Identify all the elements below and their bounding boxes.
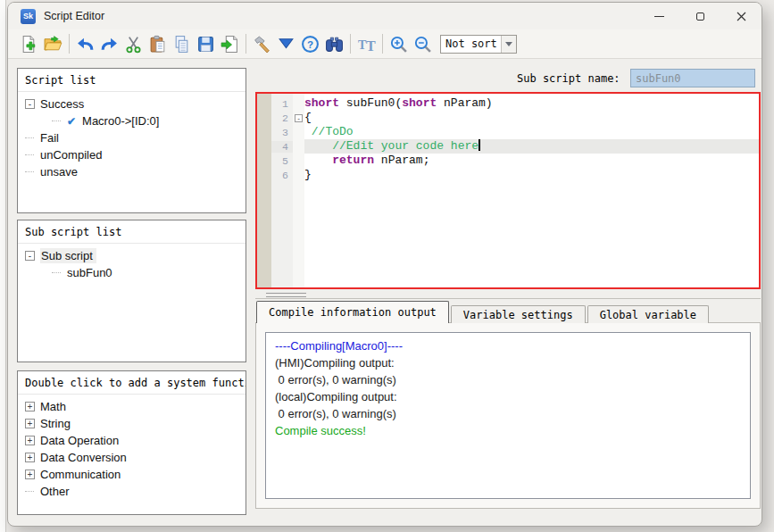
tree-item-label: String xyxy=(40,417,71,430)
code-text: short subFun0(short nParam) xyxy=(304,96,759,111)
code-text: return nParam; xyxy=(304,154,759,168)
tree-item-string[interactable]: +String xyxy=(25,415,246,432)
line-number: 5 xyxy=(271,155,293,167)
tree-item-fail[interactable]: Fail xyxy=(25,129,246,146)
tree-item-macro0[interactable]: ✔Macro0->[ID:0] xyxy=(52,112,246,129)
code-line-2[interactable]: 2 - { xyxy=(257,111,759,125)
tree-item-uncompiled[interactable]: unCompiled xyxy=(25,146,246,163)
export-script-button[interactable] xyxy=(218,32,242,56)
code-line-4-current[interactable]: 4 //Edit your code here xyxy=(257,139,759,154)
copy-icon xyxy=(172,35,191,54)
save-button[interactable] xyxy=(194,32,218,56)
undo-button[interactable] xyxy=(73,32,97,56)
maximize-button[interactable] xyxy=(679,3,720,29)
open-script-button[interactable] xyxy=(41,32,65,56)
font-size-button[interactable]: T T xyxy=(354,32,379,56)
maximize-icon xyxy=(696,12,704,21)
undo-icon xyxy=(76,35,95,54)
bottom-tab-bar: Compile information output Variable sett… xyxy=(256,301,711,323)
sort-filter-button[interactable] xyxy=(274,32,298,56)
line-number: 1 xyxy=(271,98,293,110)
help-question-icon: ? xyxy=(301,35,320,54)
tree-item-label: Success xyxy=(40,97,84,111)
help-button[interactable]: ? xyxy=(298,32,322,56)
tree-item-label: Data Operation xyxy=(40,434,119,447)
paste-clipboard-icon xyxy=(148,35,167,54)
compile-output-panel: ----Compiling[Macro0]---- (HMI)Compiling… xyxy=(255,322,761,509)
sub-script-list-title: Sub script list xyxy=(18,220,246,244)
toolbar-separator xyxy=(246,34,246,54)
code-line-6[interactable]: 6 } xyxy=(257,168,759,182)
system-functions-tree: +Math +String +Data Operation +Data Conv… xyxy=(18,395,246,500)
tree-item-success[interactable]: -Success xyxy=(25,96,246,112)
tree-item-label: Other xyxy=(40,485,70,498)
tree-item-sub-script[interactable]: -Sub script xyxy=(25,247,246,264)
compile-button[interactable] xyxy=(250,32,274,56)
code-line-5[interactable]: 5 return nParam; xyxy=(257,154,759,168)
output-line: 0 error(s), 0 warning(s) xyxy=(275,371,741,388)
save-floppy-icon xyxy=(196,35,215,54)
tree-item-other[interactable]: Other xyxy=(25,483,246,500)
text-cursor xyxy=(479,139,480,151)
tree-item-label: unCompiled xyxy=(40,148,102,162)
new-script-button[interactable] xyxy=(17,32,41,56)
tree-item-data-conversion[interactable]: +Data Conversion xyxy=(25,449,246,466)
code-line-3[interactable]: 3 //ToDo xyxy=(257,125,759,139)
expand-icon[interactable]: + xyxy=(25,453,35,462)
open-folder-icon xyxy=(44,35,62,54)
tree-item-unsave[interactable]: unsave xyxy=(25,163,246,180)
code-editor[interactable]: 1 short subFun0(short nParam) 2 - { 3 //… xyxy=(255,92,761,289)
fold-collapse-icon[interactable]: - xyxy=(295,114,303,122)
tree-item-label: Math xyxy=(40,400,66,413)
sub-script-name-input[interactable] xyxy=(630,69,755,87)
toolbar: ? T T xyxy=(8,29,762,59)
tab-compile-information-output[interactable]: Compile information output xyxy=(256,301,449,323)
output-line: (HMI)Compiling output: xyxy=(275,354,741,371)
compile-output-box[interactable]: ----Compiling[Macro0]---- (HMI)Compiling… xyxy=(265,332,751,499)
tree-item-label: Macro0->[ID:0] xyxy=(82,114,159,128)
line-number: 6 xyxy=(271,170,293,181)
script-list-title: Script list xyxy=(18,69,246,92)
code-line-1[interactable]: 1 short subFun0(short nParam) xyxy=(257,96,759,111)
collapse-icon[interactable]: - xyxy=(25,251,35,261)
copy-button[interactable] xyxy=(170,32,194,56)
tree-connector xyxy=(25,171,34,172)
cut-button[interactable] xyxy=(121,32,146,56)
output-line: (local)Compiling output: xyxy=(275,388,741,405)
svg-text:?: ? xyxy=(307,38,313,49)
sub-script-list-panel: Sub script list -Sub script subFun0 xyxy=(17,220,246,362)
expand-icon[interactable]: + xyxy=(25,436,35,445)
check-icon: ✔ xyxy=(67,115,76,128)
paste-button[interactable] xyxy=(146,32,170,56)
tree-item-subfun0[interactable]: subFun0 xyxy=(52,264,246,281)
close-button[interactable] xyxy=(720,3,762,29)
dropdown-arrow-button[interactable] xyxy=(501,36,516,53)
splitter-handle[interactable] xyxy=(266,293,306,297)
code-text: { xyxy=(304,111,759,125)
find-button[interactable] xyxy=(322,32,346,56)
background-window-edge xyxy=(0,0,6,532)
collapse-icon[interactable]: - xyxy=(25,99,35,109)
tree-item-data-operation[interactable]: +Data Operation xyxy=(25,432,246,449)
zoom-out-button[interactable] xyxy=(411,32,435,56)
cut-scissors-icon xyxy=(124,35,143,54)
redo-button[interactable] xyxy=(97,32,121,56)
tab-variable-settings[interactable]: Variable settings xyxy=(451,305,586,323)
tree-item-math[interactable]: +Math xyxy=(25,398,246,415)
font-tt-icon: T T xyxy=(357,35,377,54)
minimize-button[interactable] xyxy=(638,3,679,29)
close-icon xyxy=(737,12,746,21)
zoom-in-button[interactable] xyxy=(387,32,411,56)
expand-icon[interactable]: + xyxy=(25,402,35,411)
expand-icon[interactable]: + xyxy=(25,419,35,428)
code-text: //ToDo xyxy=(304,125,759,139)
app-icon: Sk xyxy=(21,9,36,24)
tab-global-variable[interactable]: Global variable xyxy=(587,305,709,323)
zoom-in-icon xyxy=(389,35,408,54)
tree-item-communication[interactable]: +Communication xyxy=(25,466,246,483)
binoculars-icon xyxy=(325,35,344,54)
title-bar: Sk Script Editor xyxy=(8,3,762,29)
sort-dropdown[interactable]: Not sort xyxy=(440,35,517,54)
expand-icon[interactable]: + xyxy=(25,470,35,479)
tree-connector xyxy=(52,121,61,121)
